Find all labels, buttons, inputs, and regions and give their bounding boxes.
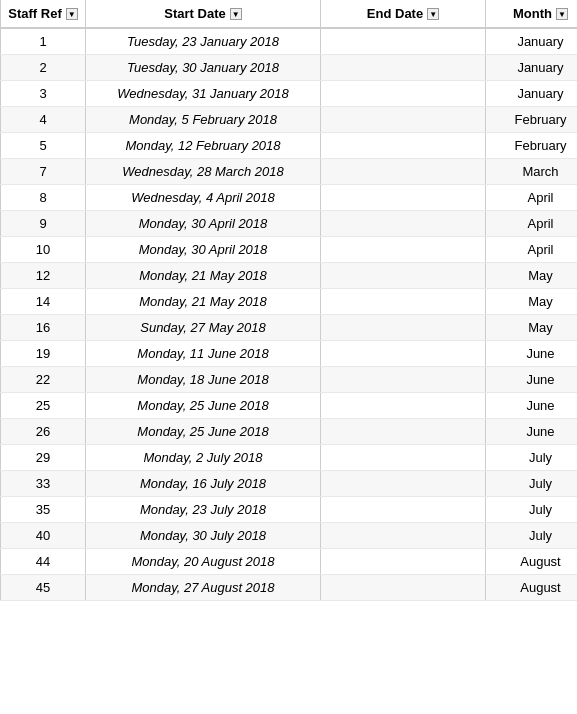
table-row: 10Monday, 30 April 2018April xyxy=(1,237,578,263)
cell-enddate xyxy=(321,107,486,133)
table-row: 4Monday, 5 February 2018February xyxy=(1,107,578,133)
table-row: 29Monday, 2 July 2018July xyxy=(1,445,578,471)
cell-enddate xyxy=(321,549,486,575)
cell-staffref: 10 xyxy=(1,237,86,263)
cell-month: August xyxy=(486,549,578,575)
month-filter-icon[interactable]: ▼ xyxy=(556,8,568,20)
cell-staffref: 2 xyxy=(1,55,86,81)
cell-startdate: Monday, 2 July 2018 xyxy=(86,445,321,471)
cell-staffref: 8 xyxy=(1,185,86,211)
cell-month: June xyxy=(486,367,578,393)
cell-staffref: 14 xyxy=(1,289,86,315)
cell-month: June xyxy=(486,419,578,445)
enddate-label: End Date xyxy=(367,6,423,21)
cell-month: July xyxy=(486,523,578,549)
cell-enddate xyxy=(321,237,486,263)
table-row: 22Monday, 18 June 2018June xyxy=(1,367,578,393)
cell-month: August xyxy=(486,575,578,601)
cell-startdate: Monday, 25 June 2018 xyxy=(86,393,321,419)
table-body: 1Tuesday, 23 January 2018January2Tuesday… xyxy=(1,28,578,601)
cell-startdate: Monday, 30 July 2018 xyxy=(86,523,321,549)
cell-enddate xyxy=(321,367,486,393)
cell-month: January xyxy=(486,55,578,81)
staffref-filter-icon[interactable]: ▼ xyxy=(66,8,78,20)
cell-month: May xyxy=(486,315,578,341)
staffref-label: Staff Ref xyxy=(8,6,61,21)
cell-startdate: Monday, 30 April 2018 xyxy=(86,237,321,263)
table-row: 2Tuesday, 30 January 2018January xyxy=(1,55,578,81)
table-row: 16Sunday, 27 May 2018May xyxy=(1,315,578,341)
cell-enddate xyxy=(321,419,486,445)
cell-startdate: Sunday, 27 May 2018 xyxy=(86,315,321,341)
cell-startdate: Tuesday, 23 January 2018 xyxy=(86,28,321,55)
cell-month: May xyxy=(486,289,578,315)
cell-startdate: Wednesday, 4 April 2018 xyxy=(86,185,321,211)
cell-staffref: 4 xyxy=(1,107,86,133)
cell-staffref: 45 xyxy=(1,575,86,601)
cell-startdate: Monday, 16 July 2018 xyxy=(86,471,321,497)
cell-staffref: 5 xyxy=(1,133,86,159)
table-row: 9Monday, 30 April 2018April xyxy=(1,211,578,237)
table-row: 1Tuesday, 23 January 2018January xyxy=(1,28,578,55)
cell-staffref: 7 xyxy=(1,159,86,185)
cell-staffref: 1 xyxy=(1,28,86,55)
cell-month: April xyxy=(486,237,578,263)
cell-staffref: 40 xyxy=(1,523,86,549)
cell-month: February xyxy=(486,133,578,159)
cell-staffref: 26 xyxy=(1,419,86,445)
cell-staffref: 25 xyxy=(1,393,86,419)
startdate-label: Start Date xyxy=(164,6,225,21)
month-label: Month xyxy=(513,6,552,21)
data-table: Staff Ref ▼ Start Date ▼ End Date ▼ Mont… xyxy=(0,0,577,601)
cell-month: July xyxy=(486,471,578,497)
cell-month: March xyxy=(486,159,578,185)
cell-enddate xyxy=(321,289,486,315)
column-header-staffref[interactable]: Staff Ref ▼ xyxy=(1,0,86,28)
cell-startdate: Monday, 11 June 2018 xyxy=(86,341,321,367)
cell-enddate xyxy=(321,523,486,549)
cell-staffref: 29 xyxy=(1,445,86,471)
cell-month: April xyxy=(486,185,578,211)
column-header-month[interactable]: Month ▼ xyxy=(486,0,578,28)
cell-staffref: 33 xyxy=(1,471,86,497)
column-header-enddate[interactable]: End Date ▼ xyxy=(321,0,486,28)
cell-staffref: 19 xyxy=(1,341,86,367)
cell-startdate: Monday, 20 August 2018 xyxy=(86,549,321,575)
cell-staffref: 44 xyxy=(1,549,86,575)
table-row: 5Monday, 12 February 2018February xyxy=(1,133,578,159)
cell-enddate xyxy=(321,471,486,497)
cell-startdate: Monday, 25 June 2018 xyxy=(86,419,321,445)
cell-month: July xyxy=(486,445,578,471)
table-row: 35Monday, 23 July 2018July xyxy=(1,497,578,523)
enddate-filter-icon[interactable]: ▼ xyxy=(427,8,439,20)
cell-enddate xyxy=(321,211,486,237)
cell-startdate: Monday, 30 April 2018 xyxy=(86,211,321,237)
table-row: 26Monday, 25 June 2018June xyxy=(1,419,578,445)
cell-enddate xyxy=(321,575,486,601)
cell-month: June xyxy=(486,393,578,419)
table-row: 8Wednesday, 4 April 2018April xyxy=(1,185,578,211)
table-row: 33Monday, 16 July 2018July xyxy=(1,471,578,497)
cell-startdate: Monday, 21 May 2018 xyxy=(86,263,321,289)
table-row: 12Monday, 21 May 2018May xyxy=(1,263,578,289)
cell-staffref: 35 xyxy=(1,497,86,523)
table-row: 7Wednesday, 28 March 2018March xyxy=(1,159,578,185)
cell-month: May xyxy=(486,263,578,289)
cell-staffref: 9 xyxy=(1,211,86,237)
column-header-startdate[interactable]: Start Date ▼ xyxy=(86,0,321,28)
table-row: 40Monday, 30 July 2018July xyxy=(1,523,578,549)
cell-enddate xyxy=(321,445,486,471)
startdate-filter-icon[interactable]: ▼ xyxy=(230,8,242,20)
table-header-row: Staff Ref ▼ Start Date ▼ End Date ▼ Mont… xyxy=(1,0,578,28)
cell-enddate xyxy=(321,315,486,341)
cell-month: June xyxy=(486,341,578,367)
table-row: 44Monday, 20 August 2018August xyxy=(1,549,578,575)
cell-enddate xyxy=(321,341,486,367)
cell-month: January xyxy=(486,81,578,107)
cell-enddate xyxy=(321,133,486,159)
cell-enddate xyxy=(321,81,486,107)
table-row: 19Monday, 11 June 2018June xyxy=(1,341,578,367)
cell-enddate xyxy=(321,497,486,523)
cell-enddate xyxy=(321,263,486,289)
cell-startdate: Monday, 27 August 2018 xyxy=(86,575,321,601)
